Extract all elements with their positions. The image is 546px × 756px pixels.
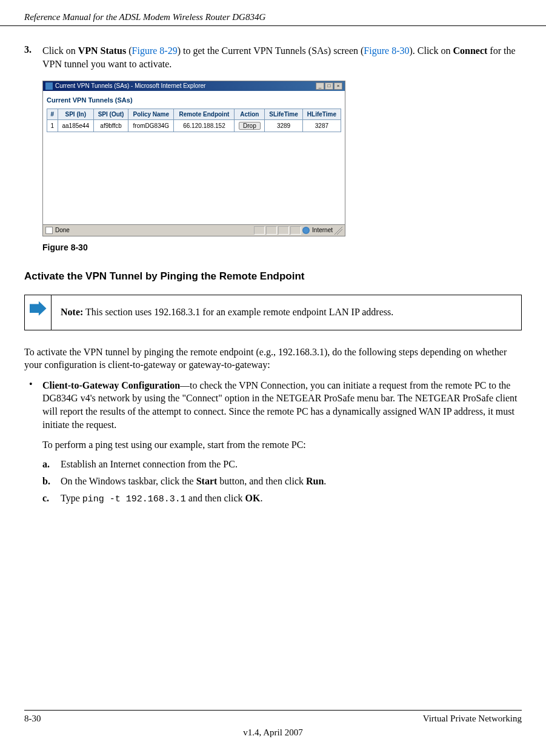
col-spi-out: SPI (Out) (93, 109, 128, 119)
col-hlife: HLifeTime (302, 109, 341, 119)
bullet-text: Client-to-Gateway Configuration—to check… (42, 379, 522, 431)
substep-c: c. Type ping -t 192.168.3.1 and then cli… (42, 493, 522, 504)
config-label: Client-to-Gateway Configuration (42, 380, 180, 390)
col-spi-in: SPI (In) (58, 109, 93, 119)
note-label: Note: (61, 307, 83, 317)
status-segment (266, 226, 277, 235)
substep-text: Type ping -t 192.168.3.1 and then click … (61, 493, 262, 504)
ie-statusbar: Done Internet (43, 224, 345, 236)
figure-8-29-link[interactable]: Figure 8-29 (132, 45, 178, 56)
figure-8-30-image: Current VPN Tunnels (SAs) - Microsoft In… (42, 81, 522, 236)
resize-grip[interactable] (334, 226, 342, 235)
page-footer: 8-30 Virtual Private Networking v1.4, Ap… (24, 710, 522, 738)
header-title: Reference Manual for the ADSL Modem Wire… (24, 12, 265, 22)
vpn-tunnels-table: # SPI (In) SPI (Out) Policy Name Remote … (47, 109, 341, 132)
ping-command: ping -t 192.168.3.1 (82, 494, 186, 504)
drop-button[interactable]: Drop (239, 122, 261, 130)
page-header: Reference Manual for the ADSL Modem Wire… (0, 0, 546, 26)
connect-label: Connect (453, 45, 487, 56)
note-icon-cell (25, 295, 52, 330)
window-buttons: _ □ × (316, 82, 342, 90)
arrow-icon (30, 301, 47, 316)
cell-spi-in: aa185e44 (58, 119, 93, 132)
status-segment (254, 226, 265, 235)
vpn-status-label: VPN Status (78, 45, 127, 56)
window-title: Current VPN Tunnels (SAs) - Microsoft In… (55, 82, 205, 89)
col-endpoint: Remote Endpoint (174, 109, 235, 119)
figure-caption: Figure 8-30 (42, 243, 522, 252)
figure-8-30-link[interactable]: Figure 8-30 (364, 45, 409, 56)
col-action: Action (235, 109, 265, 119)
step-number: 3. (24, 44, 42, 72)
run-label: Run (306, 476, 324, 486)
page-icon (45, 227, 53, 234)
col-policy: Policy Name (128, 109, 174, 119)
section-name: Virtual Private Networking (423, 714, 522, 724)
status-segment (278, 226, 289, 235)
cell-slife: 3289 (265, 119, 303, 132)
maximize-button[interactable]: □ (325, 82, 333, 90)
step-text: Click on VPN Status (Figure 8-29) to get… (42, 44, 522, 72)
minimize-button[interactable]: _ (316, 82, 324, 90)
page-number: 8-30 (24, 714, 41, 724)
substep-text: On the Windows taskbar, click the Start … (61, 476, 326, 487)
close-button[interactable]: × (334, 82, 342, 90)
status-internet: Internet (312, 227, 333, 233)
bullet-mark: • (24, 379, 42, 431)
cell-hlife: 3287 (302, 119, 341, 132)
ie-titlebar: Current VPN Tunnels (SAs) - Microsoft In… (43, 81, 345, 91)
cell-spi-out: af9bffcb (93, 119, 128, 132)
substep-label: a. (42, 459, 61, 470)
sub-paragraph: To perform a ping test using our example… (42, 438, 522, 452)
version-text: v1.4, April 2007 (24, 728, 522, 738)
section-heading: Activate the VPN Tunnel by Pinging the R… (24, 270, 522, 283)
bullet-item: • Client-to-Gateway Configuration—to che… (24, 379, 522, 431)
status-segment (290, 226, 301, 235)
ie-window: Current VPN Tunnels (SAs) - Microsoft In… (42, 81, 345, 236)
ie-icon (45, 82, 53, 90)
note-text: Note: This section uses 192.168.3.1 for … (52, 295, 402, 330)
start-label: Start (196, 476, 218, 486)
cell-endpoint: 66.120.188.152 (174, 119, 235, 132)
cell-action: Drop (235, 119, 265, 132)
ie-body: Current VPN Tunnels (SAs) # SPI (In) SPI… (43, 91, 345, 224)
table-row: 1 aa185e44 af9bffcb fromDG834G 66.120.18… (47, 119, 341, 132)
substep-a: a. Establish an Internet connection from… (42, 459, 522, 470)
table-header-row: # SPI (In) SPI (Out) Policy Name Remote … (47, 109, 341, 119)
substep-text: Establish an Internet connection from th… (61, 459, 238, 470)
status-done: Done (55, 227, 70, 233)
substep-b: b. On the Windows taskbar, click the Sta… (42, 476, 522, 487)
col-num: # (47, 109, 58, 119)
cell-policy: fromDG834G (128, 119, 174, 132)
substep-label: b. (42, 476, 61, 487)
page-content: 3. Click on VPN Status (Figure 8-29) to … (0, 26, 546, 504)
col-slife: SLifeTime (265, 109, 303, 119)
substep-label: c. (42, 493, 61, 504)
note-box: Note: This section uses 192.168.3.1 for … (24, 295, 522, 330)
body-paragraph: To activate the VPN tunnel by pinging th… (24, 346, 522, 372)
step-3: 3. Click on VPN Status (Figure 8-29) to … (24, 44, 522, 72)
ok-label: OK (245, 493, 261, 503)
globe-icon (302, 227, 310, 234)
cell-num: 1 (47, 119, 58, 132)
body-title: Current VPN Tunnels (SAs) (47, 95, 341, 109)
